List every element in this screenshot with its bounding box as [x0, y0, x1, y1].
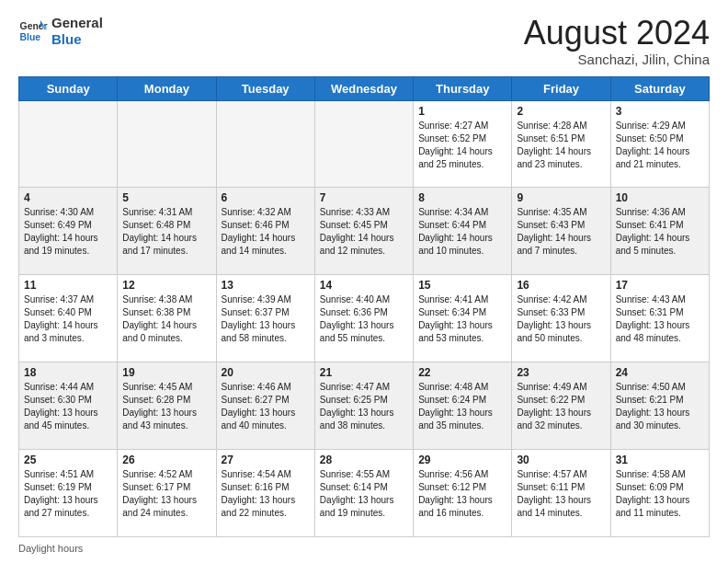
day-number: 15 — [418, 279, 506, 292]
day-info: Sunrise: 4:34 AM Sunset: 6:44 PM Dayligh… — [418, 206, 506, 258]
calendar-day-cell: 26Sunrise: 4:52 AM Sunset: 6:17 PM Dayli… — [118, 450, 216, 537]
calendar-day-cell: 9Sunrise: 4:35 AM Sunset: 6:43 PM Daylig… — [512, 188, 610, 275]
calendar-day-cell: 31Sunrise: 4:58 AM Sunset: 6:09 PM Dayli… — [610, 450, 709, 537]
day-number: 2 — [517, 105, 605, 118]
day-number: 20 — [222, 366, 310, 379]
logo-text: General Blue — [51, 15, 103, 48]
day-info: Sunrise: 4:57 AM Sunset: 6:11 PM Dayligh… — [517, 468, 605, 520]
day-info: Sunrise: 4:48 AM Sunset: 6:24 PM Dayligh… — [418, 381, 506, 432]
day-number: 23 — [517, 366, 605, 379]
day-number: 5 — [122, 191, 210, 204]
day-number: 4 — [24, 191, 112, 204]
day-info: Sunrise: 4:29 AM Sunset: 6:50 PM Dayligh… — [616, 120, 704, 171]
calendar-day-cell: 3Sunrise: 4:29 AM Sunset: 6:50 PM Daylig… — [610, 100, 709, 188]
calendar-day-header: Thursday — [414, 76, 512, 100]
title-block: August 2024 Sanchazi, Jilin, China — [524, 15, 710, 67]
day-number: 3 — [616, 105, 704, 118]
day-number: 11 — [24, 279, 112, 292]
day-number: 18 — [24, 366, 112, 379]
calendar-day-header: Wednesday — [314, 76, 413, 100]
day-info: Sunrise: 4:40 AM Sunset: 6:36 PM Dayligh… — [320, 293, 408, 345]
calendar-day-cell: 30Sunrise: 4:57 AM Sunset: 6:11 PM Dayli… — [512, 450, 610, 537]
day-info: Sunrise: 4:36 AM Sunset: 6:41 PM Dayligh… — [616, 206, 704, 258]
day-info: Sunrise: 4:45 AM Sunset: 6:28 PM Dayligh… — [122, 381, 210, 432]
location: Sanchazi, Jilin, China — [524, 52, 710, 67]
day-info: Sunrise: 4:41 AM Sunset: 6:34 PM Dayligh… — [418, 293, 506, 345]
footer: Daylight hours — [18, 543, 710, 554]
day-info: Sunrise: 4:47 AM Sunset: 6:25 PM Dayligh… — [320, 381, 408, 432]
calendar-day-cell: 15Sunrise: 4:41 AM Sunset: 6:34 PM Dayli… — [414, 275, 512, 362]
calendar-header-row: SundayMondayTuesdayWednesdayThursdayFrid… — [19, 76, 710, 100]
day-info: Sunrise: 4:30 AM Sunset: 6:49 PM Dayligh… — [24, 206, 112, 258]
calendar-day-cell: 22Sunrise: 4:48 AM Sunset: 6:24 PM Dayli… — [414, 362, 512, 450]
day-number: 21 — [320, 366, 408, 379]
calendar-day-header: Sunday — [19, 76, 118, 100]
calendar-week-row: 4Sunrise: 4:30 AM Sunset: 6:49 PM Daylig… — [19, 188, 710, 275]
calendar-week-row: 1Sunrise: 4:27 AM Sunset: 6:52 PM Daylig… — [19, 100, 710, 188]
calendar-day-cell: 18Sunrise: 4:44 AM Sunset: 6:30 PM Dayli… — [19, 362, 118, 450]
calendar-day-cell: 8Sunrise: 4:34 AM Sunset: 6:44 PM Daylig… — [414, 188, 512, 275]
calendar-day-cell: 21Sunrise: 4:47 AM Sunset: 6:25 PM Dayli… — [314, 362, 413, 450]
day-info: Sunrise: 4:31 AM Sunset: 6:48 PM Dayligh… — [122, 206, 210, 258]
day-info: Sunrise: 4:33 AM Sunset: 6:45 PM Dayligh… — [320, 206, 408, 258]
calendar-day-cell: 24Sunrise: 4:50 AM Sunset: 6:21 PM Dayli… — [610, 362, 709, 450]
calendar-day-cell: 14Sunrise: 4:40 AM Sunset: 6:36 PM Dayli… — [314, 275, 413, 362]
calendar-day-cell: 10Sunrise: 4:36 AM Sunset: 6:41 PM Dayli… — [610, 188, 709, 275]
calendar-day-cell: 13Sunrise: 4:39 AM Sunset: 6:37 PM Dayli… — [216, 275, 314, 362]
calendar-table: SundayMondayTuesdayWednesdayThursdayFrid… — [18, 76, 710, 537]
calendar-day-header: Saturday — [610, 76, 709, 100]
calendar-day-cell: 7Sunrise: 4:33 AM Sunset: 6:45 PM Daylig… — [314, 188, 413, 275]
calendar-day-header: Tuesday — [216, 76, 314, 100]
day-info: Sunrise: 4:46 AM Sunset: 6:27 PM Dayligh… — [222, 381, 310, 432]
day-number: 9 — [517, 191, 605, 204]
calendar-day-cell — [314, 100, 413, 188]
calendar-day-header: Friday — [512, 76, 610, 100]
day-info: Sunrise: 4:42 AM Sunset: 6:33 PM Dayligh… — [517, 293, 605, 345]
calendar-day-cell: 5Sunrise: 4:31 AM Sunset: 6:48 PM Daylig… — [118, 188, 216, 275]
day-number: 31 — [616, 454, 704, 466]
page-header: General Blue General Blue August 2024 Sa… — [18, 15, 710, 67]
day-info: Sunrise: 4:35 AM Sunset: 6:43 PM Dayligh… — [517, 206, 605, 258]
calendar-week-row: 18Sunrise: 4:44 AM Sunset: 6:30 PM Dayli… — [19, 362, 710, 450]
day-number: 10 — [616, 191, 704, 204]
svg-text:Blue: Blue — [20, 32, 41, 42]
day-info: Sunrise: 4:38 AM Sunset: 6:38 PM Dayligh… — [122, 293, 210, 345]
calendar-day-cell — [19, 100, 118, 188]
day-number: 29 — [418, 454, 506, 466]
calendar-day-cell: 17Sunrise: 4:43 AM Sunset: 6:31 PM Dayli… — [610, 275, 709, 362]
day-number: 6 — [222, 191, 310, 204]
day-info: Sunrise: 4:55 AM Sunset: 6:14 PM Dayligh… — [320, 468, 408, 520]
calendar-day-cell — [216, 100, 314, 188]
day-info: Sunrise: 4:56 AM Sunset: 6:12 PM Dayligh… — [418, 468, 506, 520]
day-info: Sunrise: 4:28 AM Sunset: 6:51 PM Dayligh… — [517, 120, 605, 171]
day-number: 22 — [418, 366, 506, 379]
day-info: Sunrise: 4:51 AM Sunset: 6:19 PM Dayligh… — [24, 468, 112, 520]
calendar-day-cell: 29Sunrise: 4:56 AM Sunset: 6:12 PM Dayli… — [414, 450, 512, 537]
calendar-week-row: 25Sunrise: 4:51 AM Sunset: 6:19 PM Dayli… — [19, 450, 710, 537]
day-number: 17 — [616, 279, 704, 292]
calendar-day-cell: 20Sunrise: 4:46 AM Sunset: 6:27 PM Dayli… — [216, 362, 314, 450]
day-number: 28 — [320, 454, 408, 466]
day-number: 26 — [122, 454, 210, 466]
calendar-day-cell: 11Sunrise: 4:37 AM Sunset: 6:40 PM Dayli… — [19, 275, 118, 362]
calendar-day-cell: 16Sunrise: 4:42 AM Sunset: 6:33 PM Dayli… — [512, 275, 610, 362]
logo: General Blue General Blue — [18, 15, 103, 48]
calendar-day-cell: 12Sunrise: 4:38 AM Sunset: 6:38 PM Dayli… — [118, 275, 216, 362]
day-number: 30 — [517, 454, 605, 466]
calendar-day-cell: 25Sunrise: 4:51 AM Sunset: 6:19 PM Dayli… — [19, 450, 118, 537]
calendar-week-row: 11Sunrise: 4:37 AM Sunset: 6:40 PM Dayli… — [19, 275, 710, 362]
day-info: Sunrise: 4:37 AM Sunset: 6:40 PM Dayligh… — [24, 293, 112, 345]
calendar-day-cell: 6Sunrise: 4:32 AM Sunset: 6:46 PM Daylig… — [216, 188, 314, 275]
day-info: Sunrise: 4:39 AM Sunset: 6:37 PM Dayligh… — [222, 293, 310, 345]
day-info: Sunrise: 4:43 AM Sunset: 6:31 PM Dayligh… — [616, 293, 704, 345]
calendar-day-cell: 4Sunrise: 4:30 AM Sunset: 6:49 PM Daylig… — [19, 188, 118, 275]
daylight-hours-label: Daylight hours — [18, 543, 83, 554]
day-info: Sunrise: 4:49 AM Sunset: 6:22 PM Dayligh… — [517, 381, 605, 432]
day-info: Sunrise: 4:32 AM Sunset: 6:46 PM Dayligh… — [222, 206, 310, 258]
day-info: Sunrise: 4:50 AM Sunset: 6:21 PM Dayligh… — [616, 381, 704, 432]
calendar-day-cell: 2Sunrise: 4:28 AM Sunset: 6:51 PM Daylig… — [512, 100, 610, 188]
calendar-day-cell: 23Sunrise: 4:49 AM Sunset: 6:22 PM Dayli… — [512, 362, 610, 450]
day-number: 13 — [222, 279, 310, 292]
day-number: 1 — [418, 105, 506, 118]
logo-icon: General Blue — [18, 17, 48, 46]
